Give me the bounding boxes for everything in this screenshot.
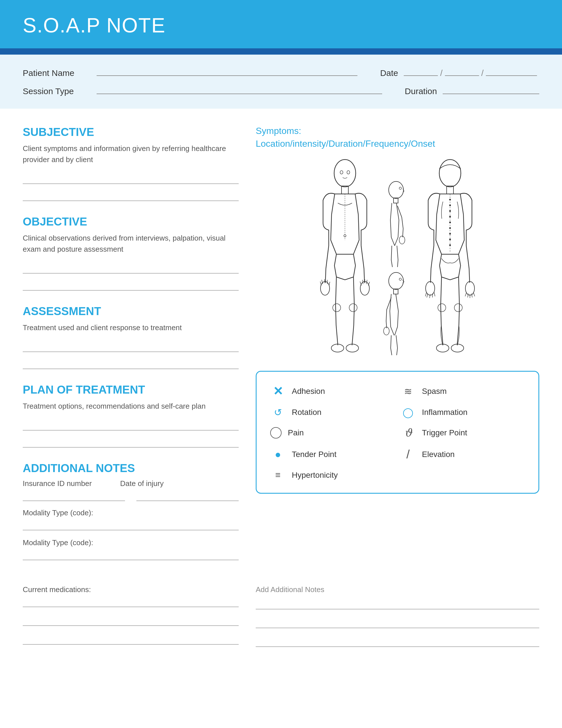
svg-point-42 [426, 282, 435, 295]
assessment-title: ASSESSMENT [23, 305, 239, 318]
current-meds-input-2[interactable] [23, 615, 239, 626]
main-content: SUBJECTIVE Client symptoms and informati… [0, 109, 562, 585]
symptoms-subheader: Location/intensity/Duration/Frequency/On… [256, 138, 539, 149]
legend-item-hypertonicity: ≡ Hypertonicity [270, 470, 395, 480]
date-month-input[interactable] [404, 75, 438, 76]
figure-side-small-top [380, 180, 414, 268]
svg-point-36 [449, 216, 451, 218]
date-of-injury-input[interactable] [136, 490, 239, 501]
svg-line-5 [324, 279, 325, 283]
hypertonicity-icon: ≡ [270, 470, 285, 480]
current-meds-input-3[interactable] [23, 634, 239, 645]
objective-input-2[interactable] [23, 280, 239, 291]
svg-point-15 [349, 304, 357, 312]
svg-line-7 [329, 282, 330, 286]
plan-input-1[interactable] [23, 420, 239, 431]
duration-input[interactable] [443, 94, 539, 94]
svg-point-28 [383, 327, 389, 335]
current-meds-input-1[interactable] [23, 596, 239, 607]
insurance-id-label: Insurance ID number [23, 479, 92, 488]
inflammation-icon: ◯ [400, 407, 416, 418]
subjective-title: SUBJECTIVE [23, 126, 239, 138]
plan-description: Treatment options, recommendations and s… [23, 401, 239, 412]
svg-point-56 [436, 344, 449, 352]
session-type-input[interactable] [97, 94, 382, 94]
date-year-input[interactable] [486, 75, 537, 76]
hypertonicity-label: Hypertonicity [292, 471, 338, 480]
date-day-input[interactable] [445, 75, 479, 76]
svg-point-35 [449, 210, 451, 212]
legend-item-trigger-point: ϑ Trigger Point [400, 427, 525, 439]
bottom-left: Current medications: [23, 585, 239, 655]
symptoms-header: Symptoms: [256, 126, 539, 136]
current-meds-label: Current medications: [23, 585, 239, 594]
legend-item-elevation: / Elevation [400, 448, 525, 461]
modality2-label: Modality Type (code): [23, 538, 239, 547]
svg-point-39 [449, 233, 451, 235]
body-diagram-area [256, 158, 539, 357]
legend-item-pain: ○ Pain [270, 427, 395, 439]
objective-input-1[interactable] [23, 263, 239, 274]
svg-point-48 [465, 282, 474, 295]
svg-point-17 [346, 344, 358, 352]
patient-name-row: Patient Name Date / / [23, 68, 539, 78]
additional-labels-row: Insurance ID number Date of injury [23, 479, 239, 488]
svg-point-25 [399, 187, 401, 189]
svg-line-45 [430, 294, 430, 298]
subjective-input-2[interactable] [23, 190, 239, 201]
duration-group: Duration [405, 86, 539, 96]
date-group: Date / / [380, 68, 539, 78]
page-title: S.O.A.P NOTE [23, 14, 539, 37]
legend-box: ✕ Adhesion ≋ Spasm ↺ Rotation ◯ Inflamma… [256, 371, 539, 494]
modality2-input[interactable] [23, 549, 239, 560]
svg-point-19 [347, 171, 350, 174]
right-column: Symptoms: Location/intensity/Duration/Fr… [256, 126, 539, 568]
svg-point-18 [340, 171, 343, 174]
rotation-label: Rotation [292, 408, 321, 417]
insurance-id-input[interactable] [23, 490, 125, 501]
legend-item-rotation: ↺ Rotation [270, 407, 395, 418]
assessment-section: ASSESSMENT Treatment used and client res… [23, 305, 239, 369]
add-additional-notes-label: Add Additional Notes [256, 585, 539, 594]
rotation-icon: ↺ [270, 407, 285, 418]
left-column: SUBJECTIVE Client symptoms and informati… [23, 126, 239, 568]
patient-name-label: Patient Name [23, 68, 97, 78]
legend-item-inflammation: ◯ Inflammation [400, 407, 525, 418]
svg-point-14 [333, 304, 341, 312]
svg-point-55 [454, 304, 462, 312]
bottom-section: Current medications: Add Additional Note… [0, 585, 562, 678]
plan-section: PLAN OF TREATMENT Treatment options, rec… [23, 383, 239, 448]
objective-description: Clinical observations derived from inter… [23, 233, 239, 255]
figure-side-small-bottom [380, 271, 414, 357]
date-of-injury-label: Date of injury [120, 479, 164, 488]
additional-notes-input-2[interactable] [256, 617, 539, 628]
subjective-section: SUBJECTIVE Client symptoms and informati… [23, 126, 239, 201]
svg-line-43 [425, 292, 426, 296]
patient-name-input[interactable] [97, 75, 357, 76]
plan-input-2[interactable] [23, 437, 239, 448]
legend-item-spasm: ≋ Spasm [400, 384, 525, 398]
additional-notes-input-1[interactable] [256, 599, 539, 609]
modality1-input[interactable] [23, 520, 239, 530]
subjective-input-1[interactable] [23, 173, 239, 184]
subjective-description: Client symptoms and information given by… [23, 143, 239, 165]
assessment-input-2[interactable] [23, 358, 239, 369]
svg-point-16 [331, 344, 344, 352]
spasm-icon: ≋ [400, 386, 416, 397]
bottom-right: Add Additional Notes [256, 585, 539, 655]
svg-point-37 [449, 222, 451, 223]
svg-point-26 [389, 272, 403, 289]
svg-point-0 [334, 160, 356, 187]
additional-notes-input-3[interactable] [256, 636, 539, 647]
assessment-input-1[interactable] [23, 341, 239, 352]
svg-line-47 [434, 292, 435, 296]
trigger-point-icon: ϑ [400, 427, 416, 439]
objective-section: OBJECTIVE Clinical observations derived … [23, 215, 239, 291]
objective-title: OBJECTIVE [23, 215, 239, 228]
plan-title: PLAN OF TREATMENT [23, 383, 239, 396]
svg-point-57 [451, 344, 464, 352]
header: S.O.A.P NOTE [0, 0, 562, 48]
figure-back [420, 158, 480, 357]
svg-point-22 [389, 181, 403, 198]
legend-item-tender-point: ● Tender Point [270, 448, 395, 461]
